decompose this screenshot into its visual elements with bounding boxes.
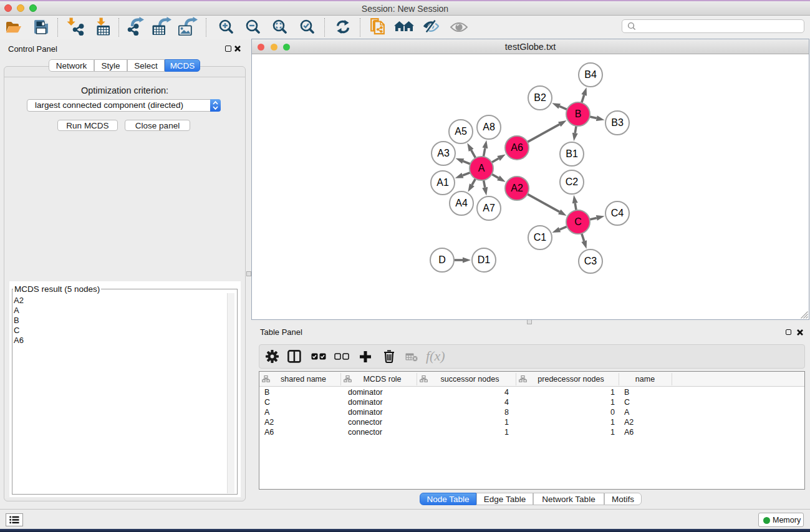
svg-text:B4: B4 xyxy=(584,69,597,80)
svg-text:A7: A7 xyxy=(483,203,495,213)
svg-text:B: B xyxy=(575,109,582,119)
svg-text:C: C xyxy=(574,216,582,227)
svg-text:A: A xyxy=(478,163,485,173)
svg-text:B2: B2 xyxy=(534,92,546,103)
svg-text:A5: A5 xyxy=(455,126,467,137)
svg-text:C1: C1 xyxy=(534,232,547,243)
svg-text:B1: B1 xyxy=(566,148,578,159)
svg-text:A6: A6 xyxy=(511,142,523,153)
svg-text:C4: C4 xyxy=(611,208,624,218)
svg-text:C3: C3 xyxy=(584,256,597,266)
svg-text:B3: B3 xyxy=(611,117,624,128)
svg-text:A8: A8 xyxy=(483,122,495,132)
svg-text:A1: A1 xyxy=(436,177,449,188)
svg-text:A2: A2 xyxy=(511,183,523,193)
svg-text:C2: C2 xyxy=(566,177,579,187)
svg-text:D: D xyxy=(438,254,446,265)
svg-text:D1: D1 xyxy=(478,254,491,265)
svg-text:A4: A4 xyxy=(455,198,468,208)
svg-text:A3: A3 xyxy=(437,148,450,158)
